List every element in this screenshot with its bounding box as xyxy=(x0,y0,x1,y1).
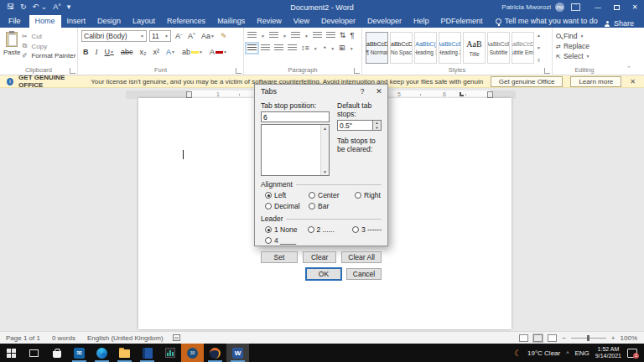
avatar[interactable]: PM xyxy=(555,3,564,12)
radio-align-decimal[interactable]: Decimal xyxy=(265,202,309,210)
edge-browser-button[interactable] xyxy=(91,344,113,362)
styles-scroll-down-icon[interactable]: ▼ xyxy=(537,45,541,50)
grow-font-button[interactable]: Aˆ xyxy=(174,30,184,42)
bullets-icon[interactable] xyxy=(247,32,257,39)
shrink-font-button[interactable]: Aˇ xyxy=(186,30,197,42)
tab-file[interactable]: File xyxy=(0,15,29,28)
font-color-button[interactable]: A▼ xyxy=(208,46,229,58)
style-subtle-emphasis[interactable]: AaBbCcDcSubtle Em... xyxy=(512,32,534,64)
tab-insert[interactable]: Insert xyxy=(61,15,92,28)
minimize-button[interactable]: — xyxy=(589,0,607,14)
radio-align-bar[interactable]: Bar xyxy=(309,202,355,210)
numbering-icon[interactable] xyxy=(269,32,278,39)
subscript-button[interactable]: x₂ xyxy=(138,46,148,58)
radio-leader-dots[interactable]: 2 ...... xyxy=(308,225,352,234)
style-heading-2[interactable]: AaBbCcEHeading 2 xyxy=(439,32,461,64)
default-tab-stops-input[interactable]: 0.5" xyxy=(337,120,372,131)
change-case-button[interactable]: Aa▼ xyxy=(200,30,216,42)
word-taskbar-button[interactable]: W xyxy=(226,344,249,362)
clear-formatting-button[interactable]: ✎ xyxy=(219,30,229,42)
underline-button[interactable]: U ▼ xyxy=(103,46,116,58)
font-size-combo[interactable]: 11▼ xyxy=(149,30,171,42)
undo-icon[interactable]: ↶ ⌄ xyxy=(33,3,48,11)
zoom-slider[interactable] xyxy=(571,338,606,339)
zoom-out-button[interactable]: − xyxy=(562,334,566,342)
default-tab-stops-spinner[interactable]: ▲▼ xyxy=(372,120,382,131)
save-icon[interactable]: 🖫 xyxy=(7,3,14,11)
task-view-button[interactable] xyxy=(23,344,45,362)
banner-close-icon[interactable]: ✕ xyxy=(621,78,644,85)
word-count[interactable]: 0 words xyxy=(46,334,81,342)
highlight-button[interactable]: ab▼ xyxy=(180,46,205,58)
learn-more-button[interactable]: Learn more xyxy=(570,76,621,87)
styles-dialog-launcher[interactable] xyxy=(544,68,550,74)
share-button[interactable]: Share xyxy=(605,19,644,28)
ok-button[interactable]: OK xyxy=(306,268,341,280)
tab-pdfelement[interactable]: PDFelement xyxy=(435,15,489,28)
paragraph-dialog-launcher[interactable] xyxy=(354,68,360,74)
tab-mailings[interactable]: Mailings xyxy=(211,15,251,28)
align-center-icon[interactable] xyxy=(261,44,270,52)
weather-status[interactable]: 19°C Clear xyxy=(527,349,560,357)
style-no-spacing[interactable]: AaBbCcDc¶ No Spac... xyxy=(390,32,413,64)
zoom-in-button[interactable]: + xyxy=(611,334,615,342)
radio-align-center[interactable]: Center xyxy=(309,191,355,199)
tab-view[interactable]: View xyxy=(288,15,315,28)
select-button[interactable]: ⇱Select▼ xyxy=(556,52,613,60)
redo-icon[interactable]: ↻ xyxy=(20,3,27,11)
shading-icon[interactable]: ◔ xyxy=(322,44,326,52)
weather-moon-icon[interactable]: ☾ xyxy=(514,349,522,358)
paste-button[interactable]: Paste xyxy=(3,30,20,65)
left-indent-marker[interactable] xyxy=(186,91,192,98)
strikethrough-button[interactable]: abc xyxy=(119,46,135,58)
radio-align-right[interactable]: Right xyxy=(355,191,382,199)
timer-app-button[interactable]: 30 xyxy=(181,344,204,362)
radio-leader-underline[interactable]: 4 ____ xyxy=(265,236,309,245)
style-title[interactable]: AaBTitle xyxy=(463,32,486,64)
cut-button[interactable]: ✂Cut xyxy=(20,33,75,40)
superscript-button[interactable]: x² xyxy=(151,46,161,58)
zoom-level[interactable]: 100% xyxy=(621,334,637,342)
styles-scroll-up-icon[interactable]: ▲ xyxy=(537,33,541,38)
ribbon-display-options-icon[interactable] xyxy=(571,3,580,11)
align-right-icon[interactable] xyxy=(274,44,283,52)
proofing-icon[interactable] xyxy=(173,334,180,341)
clear-button[interactable]: Clear xyxy=(303,251,336,263)
dialog-help-icon[interactable]: ? xyxy=(354,87,371,96)
font-name-combo[interactable]: Calibri (Body)▼ xyxy=(81,30,147,42)
file-explorer-button[interactable] xyxy=(113,344,136,362)
italic-button[interactable]: I xyxy=(94,46,100,58)
style-subtitle[interactable]: AaBbCcESubtitle xyxy=(487,32,510,64)
tab-layout[interactable]: Layout xyxy=(127,15,161,28)
multilevel-list-icon[interactable] xyxy=(291,32,300,39)
mail-app-button[interactable]: ✉ xyxy=(68,344,91,362)
microsoft-store-button[interactable] xyxy=(45,344,68,362)
increase-indent-icon[interactable] xyxy=(326,32,335,39)
get-genuine-office-button[interactable]: Get genuine Office xyxy=(491,76,564,87)
clear-all-button[interactable]: Clear All xyxy=(341,251,382,263)
radio-leader-dashes[interactable]: 3 ------ xyxy=(352,225,382,234)
user-name[interactable]: Patricia Mworozi xyxy=(501,3,551,11)
action-center-icon[interactable]: 1 xyxy=(627,349,637,358)
font-dialog-launcher[interactable] xyxy=(236,68,242,74)
tab-stop-marker[interactable] xyxy=(460,92,464,96)
tab-design[interactable]: Design xyxy=(91,15,127,28)
read-mode-icon[interactable] xyxy=(519,334,528,342)
style-heading-1[interactable]: AaBbC(Heading 1 xyxy=(414,32,437,64)
tell-me-box[interactable]: Tell me what you want to do xyxy=(489,15,605,28)
clipboard-dialog-launcher[interactable] xyxy=(70,68,75,74)
tab-stop-position-input[interactable] xyxy=(261,111,330,122)
close-button[interactable]: ✕ xyxy=(626,0,644,14)
task-manager-button[interactable] xyxy=(158,344,181,362)
qat-customize-icon[interactable]: ▾ xyxy=(67,3,71,11)
clock[interactable]: 1:52 AM 9/14/2021 xyxy=(595,346,621,359)
tab-help[interactable]: Help xyxy=(408,15,435,28)
start-button[interactable] xyxy=(0,344,23,362)
page-indicator[interactable]: Page 1 of 1 xyxy=(0,334,46,342)
scroll-down-icon[interactable]: ▼ xyxy=(323,169,327,174)
cancel-button[interactable]: Cancel xyxy=(346,268,382,280)
tab-review[interactable]: Review xyxy=(251,15,288,28)
firefox-button[interactable] xyxy=(204,344,226,362)
replace-button[interactable]: ⇄Replace xyxy=(556,42,613,50)
collapse-ribbon-icon[interactable]: ⌃ xyxy=(616,28,641,75)
